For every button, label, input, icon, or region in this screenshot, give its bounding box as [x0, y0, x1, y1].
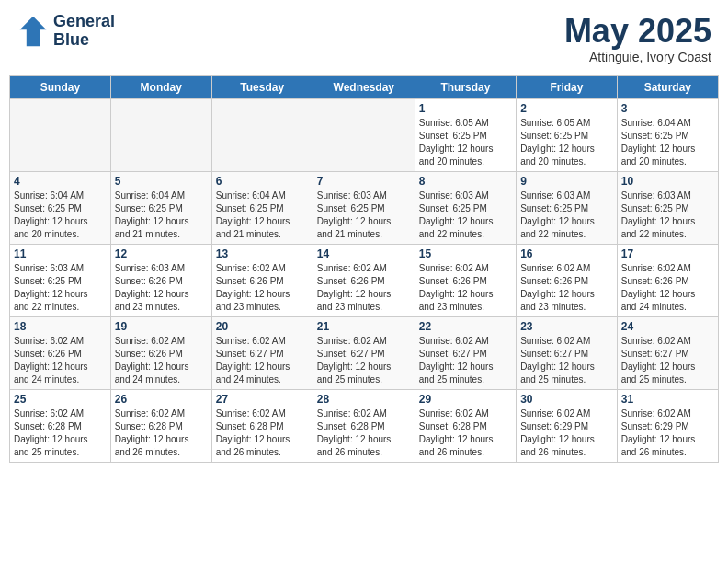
calendar-cell: 2Sunrise: 6:05 AMSunset: 6:25 PMDaylight… [517, 98, 618, 171]
title-block: May 2025 Attinguie, Ivory Coast [564, 13, 711, 64]
calendar-cell [10, 98, 111, 171]
calendar-cell: 6Sunrise: 6:04 AMSunset: 6:25 PMDaylight… [211, 171, 313, 244]
day-number: 19 [115, 320, 208, 333]
calendar-cell: 25Sunrise: 6:02 AMSunset: 6:28 PMDayligh… [10, 389, 111, 462]
weekday-header-friday: Friday [517, 75, 618, 98]
week-row-3: 11Sunrise: 6:03 AMSunset: 6:25 PMDayligh… [10, 244, 719, 316]
calendar-cell: 13Sunrise: 6:02 AMSunset: 6:26 PMDayligh… [211, 244, 313, 316]
day-info: Sunrise: 6:02 AMSunset: 6:26 PMDaylight:… [520, 262, 613, 314]
calendar-cell: 17Sunrise: 6:02 AMSunset: 6:26 PMDayligh… [617, 244, 718, 316]
day-number: 28 [317, 393, 411, 406]
calendar-cell: 11Sunrise: 6:03 AMSunset: 6:25 PMDayligh… [10, 244, 111, 316]
day-info: Sunrise: 6:02 AMSunset: 6:29 PMDaylight:… [520, 408, 613, 459]
day-number: 1 [419, 102, 512, 115]
day-number: 31 [621, 393, 714, 406]
calendar-cell: 8Sunrise: 6:03 AMSunset: 6:25 PMDaylight… [415, 171, 516, 244]
logo: General Blue [17, 13, 115, 50]
calendar-cell [110, 98, 211, 171]
day-info: Sunrise: 6:04 AMSunset: 6:25 PMDaylight:… [14, 190, 107, 241]
calendar-cell: 7Sunrise: 6:03 AMSunset: 6:25 PMDaylight… [313, 171, 415, 244]
day-info: Sunrise: 6:02 AMSunset: 6:26 PMDaylight:… [14, 335, 107, 386]
week-row-1: 1Sunrise: 6:05 AMSunset: 6:25 PMDaylight… [10, 98, 719, 171]
calendar-cell: 28Sunrise: 6:02 AMSunset: 6:28 PMDayligh… [313, 389, 415, 462]
day-number: 9 [520, 175, 613, 188]
day-number: 16 [520, 247, 613, 260]
day-number: 29 [419, 393, 512, 406]
day-info: Sunrise: 6:02 AMSunset: 6:28 PMDaylight:… [115, 408, 208, 459]
day-number: 23 [520, 320, 613, 333]
day-info: Sunrise: 6:03 AMSunset: 6:25 PMDaylight:… [14, 262, 107, 314]
day-info: Sunrise: 6:02 AMSunset: 6:26 PMDaylight:… [419, 262, 512, 314]
calendar-cell: 21Sunrise: 6:02 AMSunset: 6:27 PMDayligh… [313, 316, 415, 389]
calendar-cell: 9Sunrise: 6:03 AMSunset: 6:25 PMDaylight… [517, 171, 618, 244]
day-number: 20 [216, 320, 309, 333]
week-row-4: 18Sunrise: 6:02 AMSunset: 6:26 PMDayligh… [10, 316, 719, 389]
calendar-cell: 1Sunrise: 6:05 AMSunset: 6:25 PMDaylight… [415, 98, 516, 171]
day-info: Sunrise: 6:04 AMSunset: 6:25 PMDaylight:… [621, 117, 714, 168]
day-number: 7 [317, 175, 411, 188]
calendar-cell: 16Sunrise: 6:02 AMSunset: 6:26 PMDayligh… [517, 244, 618, 316]
day-info: Sunrise: 6:02 AMSunset: 6:29 PMDaylight:… [621, 408, 714, 459]
week-row-2: 4Sunrise: 6:04 AMSunset: 6:25 PMDaylight… [10, 171, 719, 244]
calendar-cell: 20Sunrise: 6:02 AMSunset: 6:27 PMDayligh… [211, 316, 313, 389]
day-info: Sunrise: 6:02 AMSunset: 6:27 PMDaylight:… [621, 335, 714, 386]
calendar-cell: 14Sunrise: 6:02 AMSunset: 6:26 PMDayligh… [313, 244, 415, 316]
day-info: Sunrise: 6:03 AMSunset: 6:25 PMDaylight:… [621, 190, 714, 241]
day-number: 6 [216, 175, 309, 188]
weekday-header-thursday: Thursday [415, 75, 516, 98]
day-info: Sunrise: 6:02 AMSunset: 6:28 PMDaylight:… [216, 408, 309, 459]
day-number: 25 [14, 393, 107, 406]
day-number: 3 [621, 102, 714, 115]
weekday-header-saturday: Saturday [617, 75, 718, 98]
day-info: Sunrise: 6:03 AMSunset: 6:25 PMDaylight:… [317, 190, 411, 241]
day-number: 15 [419, 247, 512, 260]
day-number: 2 [520, 102, 613, 115]
day-number: 22 [419, 320, 512, 333]
day-number: 8 [419, 175, 512, 188]
weekday-header-sunday: Sunday [10, 75, 111, 98]
day-number: 18 [14, 320, 107, 333]
day-info: Sunrise: 6:02 AMSunset: 6:27 PMDaylight:… [317, 335, 411, 386]
day-number: 14 [317, 247, 411, 260]
month-title: May 2025 [564, 13, 711, 50]
day-number: 4 [14, 175, 107, 188]
day-info: Sunrise: 6:02 AMSunset: 6:27 PMDaylight:… [419, 335, 512, 386]
calendar-cell [313, 98, 415, 171]
calendar-cell: 24Sunrise: 6:02 AMSunset: 6:27 PMDayligh… [617, 316, 718, 389]
day-number: 10 [621, 175, 714, 188]
day-info: Sunrise: 6:02 AMSunset: 6:26 PMDaylight:… [216, 262, 309, 314]
calendar-cell: 31Sunrise: 6:02 AMSunset: 6:29 PMDayligh… [617, 389, 718, 462]
day-number: 30 [520, 393, 613, 406]
calendar-cell: 22Sunrise: 6:02 AMSunset: 6:27 PMDayligh… [415, 316, 516, 389]
calendar-cell: 15Sunrise: 6:02 AMSunset: 6:26 PMDayligh… [415, 244, 516, 316]
header: General Blue May 2025 Attinguie, Ivory C… [9, 9, 719, 68]
day-info: Sunrise: 6:02 AMSunset: 6:26 PMDaylight:… [621, 262, 714, 314]
day-info: Sunrise: 6:04 AMSunset: 6:25 PMDaylight:… [115, 190, 208, 241]
calendar-cell: 19Sunrise: 6:02 AMSunset: 6:26 PMDayligh… [110, 316, 211, 389]
calendar-table: SundayMondayTuesdayWednesdayThursdayFrid… [9, 75, 719, 463]
calendar-cell: 23Sunrise: 6:02 AMSunset: 6:27 PMDayligh… [517, 316, 618, 389]
weekday-header-row: SundayMondayTuesdayWednesdayThursdayFrid… [10, 75, 719, 98]
day-number: 11 [14, 247, 107, 260]
day-info: Sunrise: 6:02 AMSunset: 6:26 PMDaylight:… [317, 262, 411, 314]
day-info: Sunrise: 6:03 AMSunset: 6:25 PMDaylight:… [520, 190, 613, 241]
day-number: 12 [115, 247, 208, 260]
location-subtitle: Attinguie, Ivory Coast [564, 50, 711, 64]
calendar-cell: 29Sunrise: 6:02 AMSunset: 6:28 PMDayligh… [415, 389, 516, 462]
calendar-cell [211, 98, 313, 171]
day-number: 17 [621, 247, 714, 260]
calendar-cell: 12Sunrise: 6:03 AMSunset: 6:26 PMDayligh… [110, 244, 211, 316]
day-info: Sunrise: 6:02 AMSunset: 6:27 PMDaylight:… [520, 335, 613, 386]
calendar-cell: 5Sunrise: 6:04 AMSunset: 6:25 PMDaylight… [110, 171, 211, 244]
calendar-cell: 3Sunrise: 6:04 AMSunset: 6:25 PMDaylight… [617, 98, 718, 171]
day-info: Sunrise: 6:03 AMSunset: 6:26 PMDaylight:… [115, 262, 208, 314]
weekday-header-monday: Monday [110, 75, 211, 98]
weekday-header-wednesday: Wednesday [313, 75, 415, 98]
calendar-cell: 4Sunrise: 6:04 AMSunset: 6:25 PMDaylight… [10, 171, 111, 244]
calendar-cell: 18Sunrise: 6:02 AMSunset: 6:26 PMDayligh… [10, 316, 111, 389]
day-number: 24 [621, 320, 714, 333]
day-number: 5 [115, 175, 208, 188]
calendar-cell: 27Sunrise: 6:02 AMSunset: 6:28 PMDayligh… [211, 389, 313, 462]
day-info: Sunrise: 6:02 AMSunset: 6:28 PMDaylight:… [317, 408, 411, 459]
day-number: 13 [216, 247, 309, 260]
